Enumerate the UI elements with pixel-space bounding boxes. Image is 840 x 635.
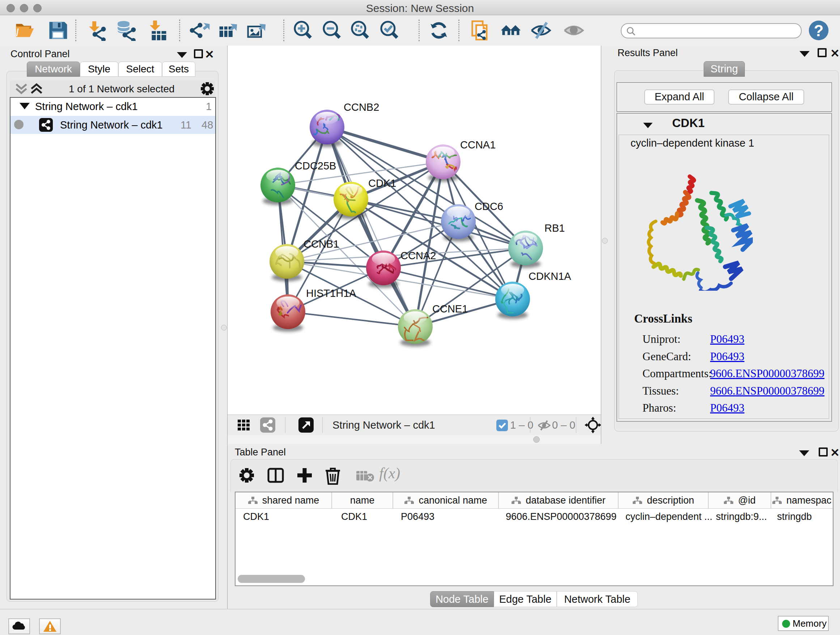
svg-text:1 of 1 Network selected: 1 of 1 Network selected [69,83,175,95]
svg-text:CDK1: CDK1 [368,177,396,189]
svg-text:RB1: RB1 [545,222,565,234]
svg-text:?: ? [814,22,824,40]
svg-text:HIST1H1A: HIST1H1A [306,287,356,299]
svg-text:CCNA2: CCNA2 [401,250,436,261]
svg-text:CCNA1: CCNA1 [460,139,496,150]
svg-text:CDKN1A: CDKN1A [529,271,571,282]
svg-text:CDC25B: CDC25B [295,160,336,172]
svg-text:CCNE1: CCNE1 [432,303,468,315]
svg-text:CDC6: CDC6 [475,201,503,212]
svg-text:CCNB2: CCNB2 [344,101,379,113]
svg-text:CCNB1: CCNB1 [303,238,339,250]
